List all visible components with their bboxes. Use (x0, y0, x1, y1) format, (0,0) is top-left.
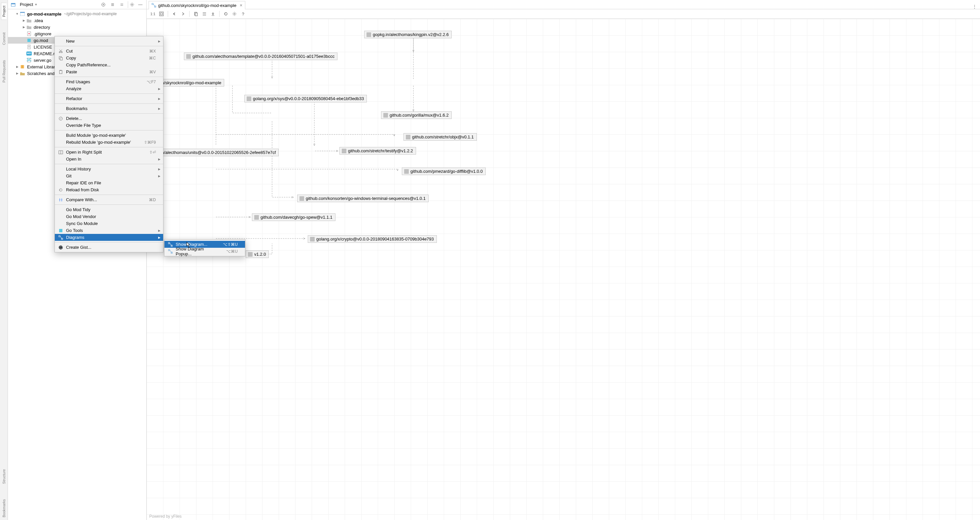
diagram-node[interactable]: golang.org/x/crypto@v0.0.0-2018090416383… (308, 235, 437, 243)
menu-item[interactable]: Go Mod Vendor (55, 213, 163, 220)
menu-label: Copy (66, 56, 140, 61)
node-label: golang.org/x/crypto@v0.0.0-2018090416383… (316, 236, 434, 241)
shortcut: ⇧⏎ (149, 150, 156, 155)
export-icon[interactable] (209, 10, 216, 18)
zoom-11-button[interactable]: 1:1 (149, 10, 156, 18)
menu-item[interactable]: Delete... (55, 115, 163, 122)
menu-item[interactable]: Cut⌘X (55, 48, 163, 54)
tree-item[interactable]: ▶directory (8, 24, 146, 30)
fit-content-icon[interactable] (158, 10, 165, 18)
diagram-node[interactable]: github.com/alecthomas/template@v0.0.0-20… (184, 53, 337, 60)
chevron-right-icon: ▶ (158, 174, 161, 178)
menu-label: Cut (66, 49, 140, 54)
forward-icon[interactable] (179, 10, 186, 18)
tab-pull-requests[interactable]: Pull Requests (1, 57, 6, 85)
diagram-node[interactable]: github.com/davecgh/go-spew@v1.1.1 (252, 214, 336, 221)
libraries-icon (20, 64, 25, 69)
reload-icon (58, 188, 64, 192)
menu-item[interactable]: Reload from Disk (55, 186, 163, 193)
gear-icon[interactable] (231, 10, 238, 18)
menu-item[interactable]: New▶ (55, 38, 163, 45)
editor-tab[interactable]: github.com/skyrocknroll/go-mod-example × (149, 1, 245, 9)
menu-item[interactable]: Create Gist... (55, 244, 163, 251)
svg-rect-1 (11, 3, 15, 4)
menu-item[interactable]: Go Tools▶ (55, 227, 163, 234)
layout-icon[interactable] (201, 10, 208, 18)
menu-item[interactable]: Show Diagram Popup...⌥⌘U (164, 248, 245, 255)
menu-item[interactable]: Git▶ (55, 172, 163, 179)
shortcut: ⌘D (149, 198, 156, 202)
menu-item[interactable]: Go Mod Tidy (55, 206, 163, 213)
chevron-right-icon: ▶ (15, 65, 19, 69)
menu-item[interactable]: Local History▶ (55, 166, 163, 172)
diagram-node[interactable]: hub.com/alecthomas/units@v0.0.0-20151022… (146, 149, 279, 156)
svg-rect-33 (59, 229, 62, 232)
settings-icon[interactable] (128, 1, 134, 8)
tree-root[interactable]: ▼ go-mod-example ~/gitProjects/go-mod-ex… (8, 11, 146, 17)
file-icon (26, 24, 32, 30)
tool-window-stripe: Project Commit Pull Requests Structure B… (0, 0, 8, 520)
hide-icon[interactable]: — (137, 1, 144, 8)
menu-item[interactable]: Copy Path/Reference... (55, 61, 163, 69)
menu-item[interactable]: Bookmarks▶ (55, 105, 163, 112)
file-name: LICENSE (34, 45, 52, 49)
menu-item[interactable]: Compare With...⌘D (55, 196, 163, 203)
menu-label: Paste (66, 69, 140, 74)
tab-bookmarks[interactable]: Bookmarks (1, 496, 6, 520)
menu-item[interactable]: Build Module 'go-mod-example' (55, 132, 163, 139)
help-icon[interactable]: ? (239, 10, 247, 18)
menu-item[interactable]: Open In▶ (55, 156, 163, 163)
menu-label: Diagrams (66, 235, 156, 240)
menu-label: Copy Path/Reference... (66, 62, 156, 67)
menu-label: Build Module 'go-mod-example' (66, 133, 156, 138)
file-icon (26, 31, 32, 36)
menu-item[interactable]: Open in Right Split⇧⏎ (55, 149, 163, 156)
menu-item[interactable]: Copy⌘C (55, 54, 163, 61)
diagram-node[interactable]: github.com/stretchr/testify@v1.2.2 (339, 147, 416, 155)
project-dropdown[interactable]: Project ▼ (20, 2, 37, 7)
module-icon (248, 252, 253, 257)
menu-item[interactable]: Repair IDE on File (55, 179, 163, 186)
collapse-all-icon[interactable] (119, 1, 125, 8)
diagram-canvas[interactable]: Powered by yFiles gopkg.in/alecthomas/ki… (146, 19, 980, 520)
file-name: go.mod (34, 38, 48, 43)
expand-all-icon[interactable] (109, 1, 116, 8)
back-icon[interactable] (171, 10, 178, 18)
menu-label: Reload from Disk (66, 187, 156, 192)
menu-item[interactable]: Rebuild Module 'go-mod-example'⇧⌘F9 (55, 139, 163, 146)
copy-icon[interactable] (192, 10, 199, 18)
menu-item[interactable]: Override File Type (55, 122, 163, 129)
menu-item[interactable]: Paste⌘V (55, 69, 163, 75)
menu-item[interactable]: Sync Go Module (55, 220, 163, 227)
svg-rect-28 (59, 70, 62, 74)
menu-item[interactable]: Analyze▶ (55, 85, 163, 92)
module-icon (342, 149, 346, 153)
diagram-node[interactable]: github.com/stretchr/objx@v0.1.1 (404, 133, 477, 141)
close-tab-icon[interactable]: × (240, 3, 242, 8)
menu-item[interactable]: Diagrams▶ (55, 234, 163, 241)
diagram-node[interactable]: golang.org/x/sys@v0.0.0-20180905080454-e… (244, 95, 367, 102)
menu-item[interactable]: Refactor▶ (55, 95, 163, 102)
diagram-node[interactable]: github.com/gorilla/mux@v1.6.2 (381, 111, 452, 119)
split-icon (58, 150, 64, 155)
tree-item[interactable]: ▶.idea (8, 17, 146, 24)
diagram-node[interactable]: github.com/pmezard/go-difflib@v1.0.0 (402, 167, 486, 175)
node-label: golang.org/x/sys@v0.0.0-20180905080454-e… (253, 96, 364, 101)
tab-project[interactable]: Project (1, 3, 6, 20)
menu-label: Sync Go Module (66, 221, 156, 226)
diagram-node[interactable]: github.com/konsorten/go-windows-terminal… (297, 195, 429, 202)
tab-structure[interactable]: Structure (1, 466, 6, 487)
module-icon (310, 237, 315, 241)
tab-commit[interactable]: Commit (1, 30, 6, 48)
chevron-right-icon: ▶ (158, 158, 161, 161)
chevron-right-icon: ▶ (158, 87, 161, 91)
diagram-node[interactable]: v1.2.0 (246, 250, 269, 258)
module-icon (404, 169, 409, 174)
locate-icon[interactable] (100, 1, 107, 8)
tab-more-icon[interactable]: ⋮ (969, 4, 980, 9)
project-header: Project ▼ — (8, 0, 146, 9)
refresh-icon[interactable] (222, 10, 229, 18)
file-icon: MD (26, 51, 32, 56)
diagram-node[interactable]: gopkg.in/alecthomas/kingpin.v2@v2.2.6 (364, 31, 452, 38)
menu-item[interactable]: Find Usages⌥F7 (55, 78, 163, 85)
